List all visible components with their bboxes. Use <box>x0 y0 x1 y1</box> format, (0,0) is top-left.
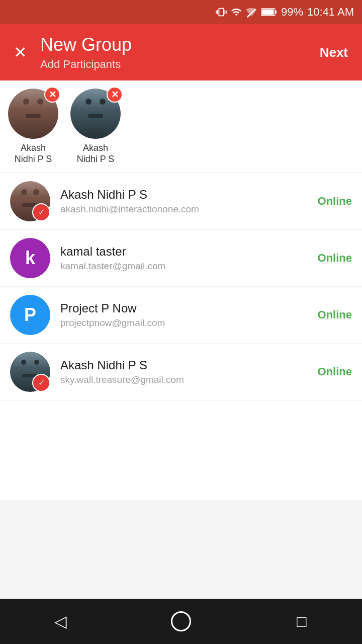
selected-participants-strip: ✕ AkashNidhi P S ✕ AkashNidhi P S <box>0 80 362 173</box>
svg-rect-1 <box>262 10 274 15</box>
status-bar: 99% 10:41 AM <box>0 0 362 24</box>
contact-item[interactable]: ✓ Akash Nidhi P S akash.nidhi@interactio… <box>0 173 362 230</box>
recents-icon: □ <box>297 612 306 631</box>
contact-info: Project P Now projectpnow@gmail.com <box>60 301 308 329</box>
remove-participant-button[interactable]: ✕ <box>107 87 123 103</box>
home-icon <box>171 611 191 631</box>
svg-rect-2 <box>275 11 277 14</box>
next-button[interactable]: Next <box>314 41 354 64</box>
selected-participant: ✕ AkashNidhi P S <box>8 89 58 165</box>
participant-name: AkashNidhi P S <box>15 143 52 165</box>
participant-name: AkashNidhi P S <box>77 143 115 165</box>
back-icon: ◁ <box>54 612 67 631</box>
contact-avatar: ✓ <box>10 352 50 392</box>
check-icon: ✓ <box>38 208 45 216</box>
avatar-wrap: ✕ <box>8 89 58 139</box>
home-button[interactable] <box>166 606 196 636</box>
contact-info: Akash Nidhi P S sky.wall.treasure@gmail.… <box>60 358 308 385</box>
app-bar-title-area: New Group Add Participants <box>32 34 314 70</box>
close-button[interactable]: ✕ <box>8 40 32 64</box>
contact-name: kamal taster <box>60 245 308 259</box>
content-spacer <box>0 500 362 599</box>
contact-name: Akash Nidhi P S <box>60 358 308 372</box>
contact-name: Akash Nidhi P S <box>60 188 308 202</box>
contact-email: kamal.taster@gmail.com <box>60 261 308 272</box>
page-title: New Group <box>40 34 314 55</box>
battery-percent: 99% <box>281 6 303 19</box>
wifi-icon <box>231 7 242 18</box>
battery-icon <box>261 8 277 17</box>
back-button[interactable]: ◁ <box>45 606 75 636</box>
remove-participant-button[interactable]: ✕ <box>44 87 60 103</box>
avatar-initial: k <box>10 238 50 278</box>
contact-name: Project P Now <box>60 301 308 315</box>
app-bar: ✕ New Group Add Participants Next <box>0 24 362 80</box>
contact-info: Akash Nidhi P S akash.nidhi@interactiono… <box>60 188 308 215</box>
time-display: 10:41 AM <box>307 6 354 19</box>
contact-avatar: k <box>10 238 50 278</box>
contact-email: projectpnow@gmail.com <box>60 317 308 329</box>
recents-button[interactable]: □ <box>287 606 317 636</box>
avatar-initial: P <box>10 295 50 335</box>
page-subtitle: Add Participants <box>40 58 314 71</box>
contact-item[interactable]: ✓ Akash Nidhi P S sky.wall.treasure@gmai… <box>0 344 362 400</box>
status-icons: 99% 10:41 AM <box>216 6 354 19</box>
contact-item[interactable]: k kamal taster kamal.taster@gmail.com On… <box>0 230 362 287</box>
contact-avatar: ✓ <box>10 181 50 221</box>
selected-check-badge: ✓ <box>32 374 50 392</box>
contact-status: Online <box>318 252 352 265</box>
contact-status: Online <box>318 365 352 378</box>
close-icon: ✕ <box>14 43 27 62</box>
check-icon: ✓ <box>38 379 45 387</box>
contact-info: kamal taster kamal.taster@gmail.com <box>60 245 308 272</box>
bottom-nav-bar: ◁ □ <box>0 599 362 644</box>
contact-list: ✓ Akash Nidhi P S akash.nidhi@interactio… <box>0 173 362 500</box>
contact-status: Online <box>318 195 352 208</box>
remove-icon: ✕ <box>111 90 119 99</box>
avatar-wrap: ✕ <box>70 89 121 139</box>
vibrate-icon <box>216 7 227 18</box>
selected-check-badge: ✓ <box>32 203 50 221</box>
remove-icon: ✕ <box>49 90 56 99</box>
contact-email: sky.wall.treasure@gmail.com <box>60 374 308 385</box>
no-signal-icon <box>246 7 257 18</box>
selected-participant: ✕ AkashNidhi P S <box>70 89 121 165</box>
contact-email: akash.nidhi@interactionone.com <box>60 204 308 215</box>
contact-item[interactable]: P Project P Now projectpnow@gmail.com On… <box>0 287 362 344</box>
contact-avatar: P <box>10 295 50 335</box>
contact-status: Online <box>318 308 352 321</box>
